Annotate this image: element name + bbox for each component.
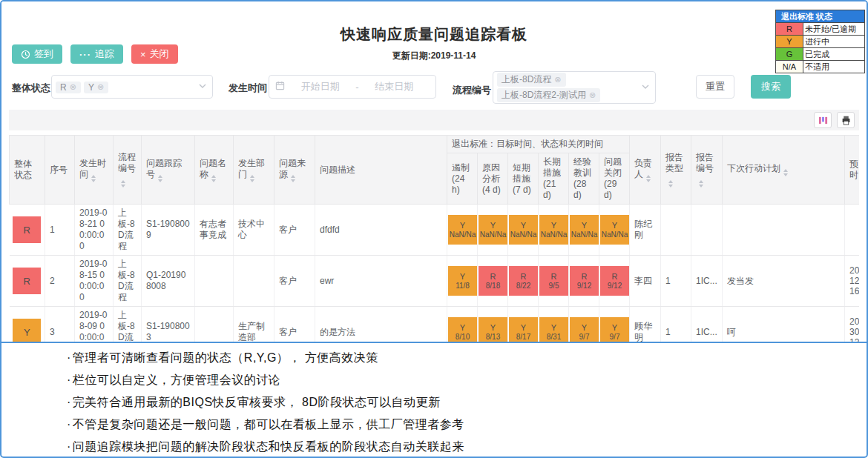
cell-seq: 3 xyxy=(45,307,75,342)
tag-remove-icon[interactable]: ⊗ xyxy=(554,75,561,84)
column-settings-button[interactable] xyxy=(814,112,832,128)
page-title: 快速响应质量问题追踪看板 xyxy=(1,24,867,44)
column-header[interactable]: 问题跟踪号 xyxy=(142,136,195,205)
reset-button[interactable]: 重置 xyxy=(696,75,734,99)
column-header[interactable]: 发生时间 xyxy=(75,136,114,205)
sort-down-icon xyxy=(668,185,673,187)
legend-row: R未开始/已逾期 xyxy=(776,23,865,36)
stage-date: 9/5 xyxy=(549,282,559,291)
cell-report-no xyxy=(691,205,723,256)
column-header[interactable]: 问题来源 xyxy=(274,136,315,205)
stage-badge: Y11/8 xyxy=(448,266,477,296)
cell-name xyxy=(195,256,234,307)
sort-down-icon xyxy=(121,185,125,187)
stage-status-letter: Y xyxy=(551,221,556,230)
column-header[interactable]: 负责人 xyxy=(630,136,661,205)
cell-stage: R9/5 xyxy=(539,256,569,307)
stage-status-letter: Y xyxy=(460,221,465,230)
cell-source: 客户 xyxy=(274,256,315,307)
sort-icon[interactable] xyxy=(699,180,703,187)
stage-date: NaN/Na xyxy=(571,230,598,239)
cell-report-no: 1IC... xyxy=(691,256,723,307)
tag-remove-icon[interactable]: ⊗ xyxy=(70,82,76,92)
sort-icon[interactable] xyxy=(291,175,295,182)
kanban-board: 快速响应质量问题追踪看板 更新日期:2019-11-14 签到 ··· 追踪 ×… xyxy=(1,1,867,343)
table-row[interactable]: Y32019-08-09 00:00:00上板-8D流程S1-1908003生产… xyxy=(10,307,860,342)
end-date-placeholder[interactable]: 结束日期 xyxy=(359,80,430,93)
column-header[interactable]: 发生部门 xyxy=(234,136,274,205)
cell-process: 上板-8D流程 xyxy=(114,205,142,256)
cell-time: 2019-08-21 00:00:00 xyxy=(75,205,114,256)
table-row[interactable]: R12019-08-21 00:00:00上板-8D流程S1-1908009有志… xyxy=(10,205,860,256)
stage-badge: Y8/31 xyxy=(539,317,568,342)
stage-badge: R8/22 xyxy=(509,266,538,296)
stage-date: NaN/Na xyxy=(450,230,476,239)
status-tag: R⊗ xyxy=(56,82,81,93)
stage-badge: Y9/7 xyxy=(570,317,599,342)
process-tag: 上板-8D流程2-测试用⊗ xyxy=(497,88,600,102)
cell-stage: Y8/10 xyxy=(447,307,478,342)
process-tag: 上板-8D流程⊗ xyxy=(497,73,566,87)
legend-status-label: 已完成 xyxy=(803,48,865,61)
track-button[interactable]: ··· 追踪 xyxy=(70,44,123,64)
calendar-icon xyxy=(275,81,285,93)
column-header[interactable]: 报告类型 xyxy=(661,136,691,205)
sort-down-icon xyxy=(699,185,703,187)
cell-stage: Y11/8 xyxy=(447,256,478,307)
sort-icon[interactable] xyxy=(158,175,162,182)
sort-icon[interactable] xyxy=(250,175,254,182)
stage-date: 8/18 xyxy=(486,282,500,291)
search-button[interactable]: 搜索 xyxy=(751,75,791,99)
process-filter-select[interactable]: 上板-8D流程⊗上板-8D流程2-测试用⊗ xyxy=(493,71,656,104)
cell-next-plan xyxy=(723,205,845,256)
column-header: 经验教训(28 d) xyxy=(569,153,599,205)
cell-stage: YNaN/Na xyxy=(478,205,508,256)
time-filter-label: 发生时间 xyxy=(228,82,267,95)
column-header[interactable]: 报告编号 xyxy=(691,136,723,205)
sort-down-icon xyxy=(158,179,162,182)
sign-in-button[interactable]: 签到 xyxy=(12,44,62,64)
feature-note: ·栏位可以自定义，方便管理会议的讨论 xyxy=(67,374,867,386)
date-range-input[interactable]: 开始日期 - 结束日期 xyxy=(269,75,436,99)
sort-icon[interactable] xyxy=(783,169,788,176)
sort-up-icon xyxy=(699,180,703,183)
note-text: 完美符合通用最新的BIQS快反审核要求， 8D阶段状态可以自动更新 xyxy=(73,396,441,408)
stage-badge: R9/12 xyxy=(570,266,599,296)
feature-note: ·管理者可清晰查看问题的状态（R,Y,G）， 方便高效决策 xyxy=(67,351,867,364)
table-toolbar xyxy=(9,110,859,130)
column-header: 问题描述 xyxy=(315,136,447,205)
cell-owner: 陈纪刚 xyxy=(630,205,661,256)
sort-icon[interactable] xyxy=(668,180,673,187)
close-button[interactable]: × 关闭 xyxy=(131,44,178,64)
expected-time-line: 12 xyxy=(849,276,859,286)
column-header[interactable]: 下次行动计划 xyxy=(723,136,845,205)
tag-remove-icon[interactable]: ⊗ xyxy=(589,90,596,100)
note-text: 问题追踪模块把问题的解决阶段状态和快反看板的阶段状态自动关联起来 xyxy=(73,440,464,453)
printer-icon xyxy=(841,116,851,125)
feature-notes: ·管理者可清晰查看问题的状态（R,Y,G）， 方便高效决策·栏位可以自定义，方便… xyxy=(1,345,867,457)
bullet-icon: · xyxy=(67,418,71,431)
tag-remove-icon[interactable]: ⊗ xyxy=(97,82,104,92)
sort-icon[interactable] xyxy=(211,175,216,182)
expected-time-line: 16 xyxy=(849,286,859,296)
column-header: 预时 xyxy=(845,136,859,205)
start-date-placeholder[interactable]: 开始日期 xyxy=(285,80,355,93)
cell-stage: R9/12 xyxy=(569,256,599,307)
sort-icon[interactable] xyxy=(121,180,125,187)
cell-desc: ewr xyxy=(315,256,447,307)
column-header[interactable]: 问题名称 xyxy=(195,136,234,205)
status-filter-label: 整体状态 xyxy=(12,82,50,95)
print-button[interactable] xyxy=(837,112,855,128)
column-header: 短期措施(7 d) xyxy=(508,153,539,205)
column-header[interactable]: 流程编号 xyxy=(114,136,142,205)
stage-status-letter: R xyxy=(612,272,618,282)
table-row[interactable]: R22019-08-15 00:00:00上板-8D流程Q1-201908008… xyxy=(10,256,860,307)
column-header: 遏制(24 h) xyxy=(447,153,478,205)
cell-report-no: 1IC... xyxy=(691,307,723,342)
status-filter-select[interactable]: R⊗Y⊗ xyxy=(51,75,213,99)
stage-date: 9/12 xyxy=(577,282,591,291)
cell-stage: YNaN/Na xyxy=(508,205,539,256)
sort-icon[interactable] xyxy=(646,175,651,182)
sort-icon[interactable] xyxy=(91,175,96,182)
cell-stage: YNaN/Na xyxy=(539,205,569,256)
